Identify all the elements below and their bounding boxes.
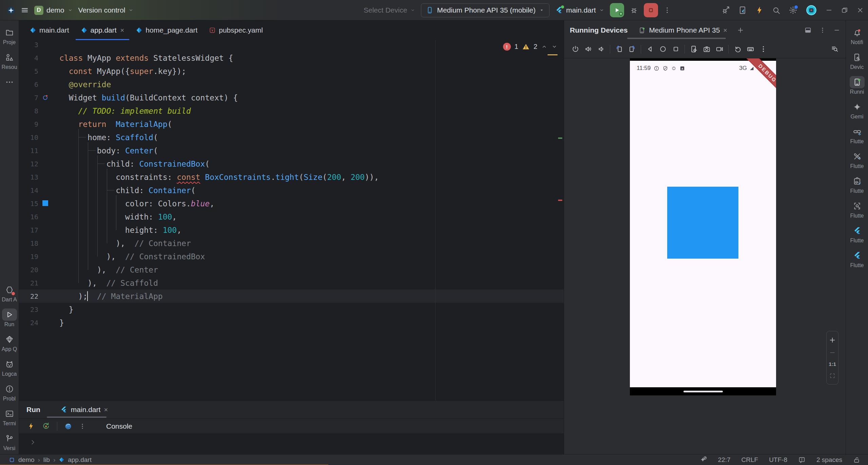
right-strip-item-flutte[interactable]: Flutte [846, 126, 868, 145]
console-output[interactable] [19, 433, 564, 454]
code-line-20[interactable]: 20 ), // Center [19, 263, 564, 276]
line-number[interactable]: 13 [19, 173, 38, 181]
line-number[interactable]: 10 [19, 133, 38, 142]
window-minimize-icon[interactable] [825, 6, 833, 14]
code-line-21[interactable]: 21 ), // Scaffold [19, 276, 564, 290]
left-strip-item-versi[interactable]: Versi [0, 432, 19, 451]
attach-debugger-icon[interactable] [721, 6, 730, 15]
line-number[interactable]: 6 [19, 80, 38, 89]
line-number[interactable]: 14 [19, 186, 38, 194]
power-button[interactable] [569, 45, 582, 53]
code-line-12[interactable]: 12 child: ConstrainedBox( [19, 157, 564, 170]
inspections-widget[interactable]: ! 1 2 [503, 43, 558, 51]
line-number[interactable]: 4 [19, 54, 38, 62]
zoom-ratio-button[interactable]: 1:1 [829, 361, 836, 367]
panel-options-icon[interactable] [819, 27, 826, 34]
device-screen[interactable]: 11:59 A 3G [630, 61, 776, 387]
line-number[interactable]: 21 [19, 279, 38, 287]
close-icon[interactable]: × [120, 26, 124, 34]
line-separator[interactable]: CRLF [741, 456, 758, 464]
unlock-icon[interactable] [853, 456, 861, 464]
editor-tab-main-dart[interactable]: main.dart [24, 20, 75, 40]
left-strip-item-run[interactable]: Run [0, 309, 19, 328]
hot-reload-icon[interactable] [27, 422, 35, 430]
line-number[interactable]: 12 [19, 160, 38, 168]
inspections-status-icon[interactable] [798, 456, 806, 464]
code-line-10[interactable]: 10 home: Scaffold( [19, 131, 564, 144]
code-line-5[interactable]: 5 const MyApp({super.key}); [19, 64, 564, 78]
code-line-24[interactable]: 24} [19, 316, 564, 329]
code-line-15[interactable]: 15 color: Colors.blue, [19, 197, 564, 210]
rotate-l-button[interactable] [613, 45, 625, 53]
phone-gear-button[interactable] [687, 45, 700, 53]
device-selector[interactable]: Medium Phone API 35 (mobile) [421, 3, 549, 17]
hide-panel-icon[interactable] [833, 27, 840, 34]
code-line-4[interactable]: 4class MyApp extends StatelessWidget { [19, 51, 564, 64]
left-strip-item-termi[interactable]: Termi [0, 408, 19, 427]
back-button[interactable] [643, 45, 656, 53]
left-strip-item-appq[interactable]: App Q [0, 333, 19, 352]
line-number[interactable]: 8 [19, 107, 38, 115]
line-number[interactable]: 15 [19, 200, 38, 208]
zoom-in-icon[interactable] [829, 336, 836, 344]
line-number[interactable]: 3 [19, 41, 38, 49]
settings-gear-icon[interactable] [789, 6, 797, 15]
breadcrumb-item[interactable]: demo [18, 456, 35, 464]
hot-reload-icon[interactable] [755, 6, 764, 15]
caret-position[interactable]: 22:7 [718, 456, 731, 464]
line-number[interactable]: 23 [19, 305, 38, 314]
code-line-7[interactable]: 7 Widget build(BuildContext context) { [19, 91, 564, 104]
device-tab[interactable]: Medium Phone API 35 × [638, 26, 727, 34]
rotate-r-button[interactable] [625, 45, 638, 53]
add-device-tab-icon[interactable] [737, 26, 744, 34]
main-menu-icon[interactable] [21, 6, 29, 14]
zoom-out-icon[interactable] [829, 349, 836, 356]
code-line-9[interactable]: 9 return MaterialApp( [19, 117, 564, 131]
code-line-3[interactable]: 3 [19, 40, 564, 51]
emulator-screen[interactable]: 11:59 A 3G DEBUG [630, 58, 776, 395]
avatar[interactable] [806, 4, 817, 16]
right-strip-item-flutte[interactable]: Flutte [846, 225, 868, 244]
search-everywhere-icon[interactable] [772, 6, 780, 15]
run-button[interactable] [610, 3, 624, 17]
device-flutter-icon[interactable] [738, 6, 747, 15]
line-number[interactable]: 5 [19, 67, 38, 75]
device-nav-bar[interactable] [630, 387, 776, 395]
left-strip-item-proje[interactable]: Proje [0, 26, 19, 45]
left-strip-item-moreh[interactable] [0, 76, 19, 88]
right-strip-item-flutte[interactable]: Flutte [846, 249, 868, 268]
home-circle-button[interactable] [656, 45, 669, 53]
hot-restart-icon[interactable] [42, 422, 50, 430]
window-restore-icon[interactable] [841, 6, 848, 14]
gemini-disabled-icon[interactable] [699, 456, 707, 464]
line-number[interactable]: 18 [19, 239, 38, 247]
home-pill[interactable] [683, 391, 723, 392]
debug-button[interactable] [630, 6, 638, 15]
project-widget[interactable]: D demo [34, 6, 73, 15]
square-btn-button[interactable] [669, 45, 682, 53]
line-number[interactable]: 11 [19, 147, 38, 155]
vcs-widget[interactable]: Version control [78, 6, 134, 14]
line-number[interactable]: 9 [19, 120, 38, 128]
console-tab[interactable]: Console [106, 422, 132, 430]
undo-button[interactable] [731, 45, 744, 53]
line-number[interactable]: 19 [19, 253, 38, 261]
code-line-11[interactable]: 11 body: Center( [19, 144, 564, 157]
dots-v-button[interactable] [757, 45, 770, 53]
run-config-selector[interactable]: main.dart [555, 6, 604, 14]
vol-down-button[interactable] [595, 45, 607, 53]
code-line-14[interactable]: 14 child: Container( [19, 184, 564, 197]
line-number[interactable]: 16 [19, 213, 38, 221]
swatch-gutter-icon[interactable] [42, 200, 48, 206]
right-strip-item-flutte[interactable]: Flutte [846, 175, 868, 194]
code-line-17[interactable]: 17 height: 100, [19, 223, 564, 237]
line-number[interactable]: 22 [19, 292, 38, 300]
code-line-13[interactable]: 13 constraints: const BoxConstraints.tig… [19, 170, 564, 184]
prev-problem-icon[interactable] [541, 43, 547, 50]
more-options-icon[interactable] [79, 423, 86, 430]
left-strip-item-probl[interactable]: Probl [0, 383, 19, 402]
line-number[interactable]: 7 [19, 94, 38, 102]
code-line-19[interactable]: 19 ), // ConstrainedBox [19, 250, 564, 263]
keyboard-button[interactable] [744, 45, 757, 53]
dock-layout-icon[interactable] [804, 26, 812, 34]
